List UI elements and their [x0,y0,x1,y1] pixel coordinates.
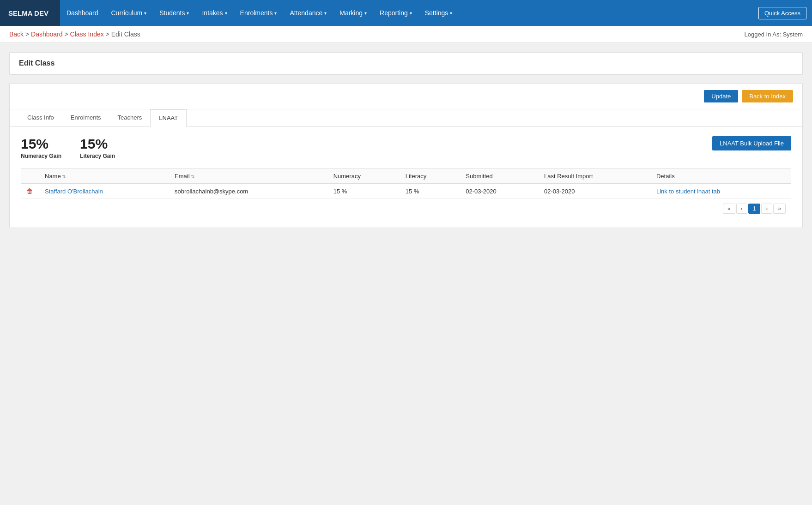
navbar: SELMA DEV Dashboard Curriculum ▾ Student… [0,0,812,26]
tab-lnaat[interactable]: LNAAT [150,109,187,127]
logged-in-status: Logged In As: System [745,31,803,38]
nav-curriculum[interactable]: Curriculum ▾ [105,0,153,26]
edit-class-title-bar: Edit Class [10,53,802,74]
nav-students[interactable]: Students ▾ [153,0,195,26]
breadcrumb-edit-class: Edit Class [111,30,140,38]
chevron-down-icon: ▾ [144,11,146,16]
col-submitted: Submitted [460,169,539,184]
back-to-index-button[interactable]: Back to Index [742,90,793,102]
col-last-result-import: Last Result Import [539,169,651,184]
breadcrumb-dashboard[interactable]: Dashboard [31,30,63,38]
row-name-cell: Staffard O'Brollachain [39,184,169,199]
chevron-down-icon: ▾ [187,11,189,16]
nav-reporting[interactable]: Reporting ▾ [373,0,418,26]
edit-class-card: Update Back to Index Class Info Enrolmen… [9,83,803,228]
bulk-upload-button[interactable]: LNAAT Bulk Upload File [712,136,791,150]
tabs: Class Info Enrolments Teachers LNAAT [10,109,802,127]
literacy-gain-label: Literacy Gain [80,153,115,159]
student-name-link[interactable]: Staffard O'Brollachain [45,188,103,195]
quick-access-button[interactable]: Quick Access [758,7,806,19]
page-current-button[interactable]: 1 [748,204,761,214]
nav-items: Dashboard Curriculum ▾ Students ▾ Intake… [60,0,758,26]
col-numeracy: Numeracy [328,169,400,184]
col-literacy: Literacy [400,169,460,184]
delete-icon[interactable]: 🗑 [26,187,33,195]
app-brand: SELMA DEV [0,0,60,26]
tab-teachers[interactable]: Teachers [109,109,151,127]
student-lnaat-link[interactable]: Link to student lnaat tab [656,188,720,195]
chevron-down-icon: ▾ [450,11,452,16]
table-row: 🗑 Staffard O'Brollachain sobrollachainb@… [21,184,791,199]
chevron-down-icon: ▾ [410,11,412,16]
page-title: Edit Class [19,59,793,67]
row-numeracy-cell: 15 % [328,184,400,199]
card-header: Update Back to Index [10,84,802,109]
nav-attendance[interactable]: Attendance ▾ [283,0,333,26]
row-action-cell: 🗑 [21,184,39,199]
page-last-button[interactable]: » [773,204,786,214]
row-details-cell: Link to student lnaat tab [651,184,791,199]
chevron-down-icon: ▾ [274,11,277,16]
navbar-right: Quick Access [758,7,812,19]
tab-enrolments[interactable]: Enrolments [62,109,109,127]
col-name[interactable]: Name [39,169,169,184]
breadcrumb: Back > Dashboard > Class Index > Edit Cl… [9,30,140,38]
nav-intakes[interactable]: Intakes ▾ [195,0,233,26]
literacy-gain-stat: 15% Literacy Gain [80,136,115,159]
page-next-button[interactable]: › [761,204,772,214]
numeracy-gain-stat: 15% Numeracy Gain [21,136,61,159]
pagination: « ‹ 1 › » [21,199,791,218]
nav-dashboard[interactable]: Dashboard [60,0,105,26]
stats-left: 15% Numeracy Gain 15% Literacy Gain [21,136,115,159]
stats-row: 15% Numeracy Gain 15% Literacy Gain LNAA… [21,136,791,159]
breadcrumb-back[interactable]: Back [9,30,24,38]
numeracy-gain-value: 15% [21,136,61,152]
row-email-cell: sobrollachainb@skype.com [169,184,328,199]
breadcrumb-class-index[interactable]: Class Index [70,30,104,38]
update-button[interactable]: Update [704,90,738,102]
col-details: Details [651,169,791,184]
chevron-down-icon: ▾ [364,11,367,16]
nav-settings[interactable]: Settings ▾ [418,0,459,26]
literacy-gain-value: 15% [80,136,115,152]
main-content: Edit Class Update Back to Index Class In… [0,43,812,237]
chevron-down-icon: ▾ [225,11,227,16]
page-first-button[interactable]: « [723,204,735,214]
lnaat-table: Name Email Numeracy Literacy Submitted L… [21,168,791,199]
nav-marking[interactable]: Marking ▾ [333,0,373,26]
numeracy-gain-label: Numeracy Gain [21,153,61,159]
row-last-result-cell: 02-03-2020 [539,184,651,199]
col-email[interactable]: Email [169,169,328,184]
chevron-down-icon: ▾ [324,11,327,16]
row-literacy-cell: 15 % [400,184,460,199]
page-prev-button[interactable]: ‹ [736,204,747,214]
row-submitted-cell: 02-03-2020 [460,184,539,199]
lnaat-content: 15% Numeracy Gain 15% Literacy Gain LNAA… [10,127,802,228]
edit-class-title-card: Edit Class [9,52,803,75]
breadcrumb-bar: Back > Dashboard > Class Index > Edit Cl… [0,26,812,43]
col-actions [21,169,39,184]
nav-enrolments[interactable]: Enrolments ▾ [234,0,284,26]
tab-class-info[interactable]: Class Info [19,109,62,127]
